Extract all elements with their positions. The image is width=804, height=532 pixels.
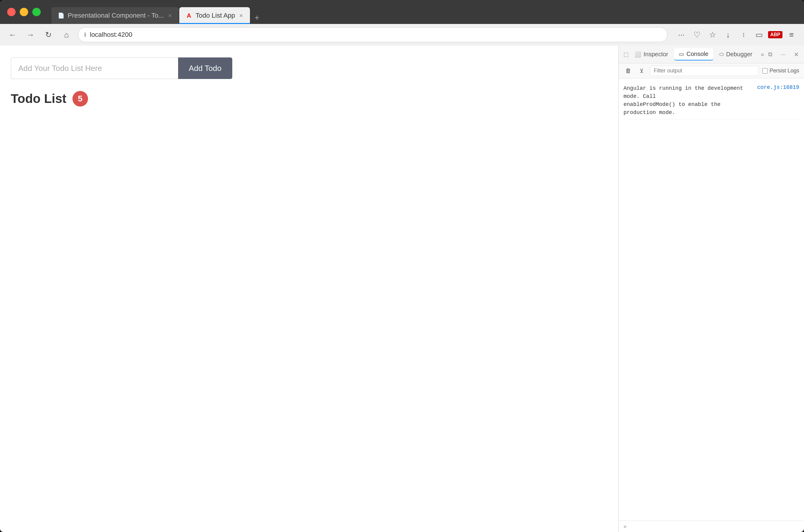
tabs-bar: 📄 Presentational Component - To... ✕ A T… <box>52 0 263 24</box>
console-prompt-icon: » <box>623 523 627 530</box>
bookmark-star-button[interactable]: ☆ <box>706 28 719 41</box>
devtools-tab-console[interactable]: ▭ Console <box>674 48 713 60</box>
add-todo-button[interactable]: Add Todo <box>178 57 232 79</box>
tab-favicon-presentational: 📄 <box>57 12 65 19</box>
devtools-window-controls: ⧉ ··· ✕ <box>765 50 801 59</box>
bookmark-heart-icon: ♡ <box>694 30 700 39</box>
bookmark-heart-button[interactable]: ♡ <box>690 28 704 41</box>
todo-input-row: Add Todo <box>11 57 232 79</box>
abp-badge[interactable]: ABP <box>768 31 782 38</box>
maximize-traffic-light[interactable] <box>32 8 41 16</box>
todo-list-title: Todo List <box>11 92 67 106</box>
devtools-panel: ⬚ ⬜ Inspector ▭ Console ⬭ Debugger » ⧉ · <box>618 45 804 532</box>
split-button[interactable]: ▭ <box>752 28 766 41</box>
todo-count-badge: 5 <box>72 91 88 107</box>
new-tab-icon: + <box>255 13 259 22</box>
more-actions-button[interactable]: ··· <box>675 28 688 41</box>
todo-input[interactable] <box>11 57 178 79</box>
console-message-text: Angular is running in the development mo… <box>623 84 752 117</box>
close-traffic-light[interactable] <box>7 8 16 16</box>
forward-button[interactable]: → <box>24 28 37 41</box>
devtools-tab-debugger[interactable]: ⬭ Debugger <box>714 49 757 60</box>
filter-icon: ⊻ <box>640 68 643 74</box>
tab-close-todo[interactable]: ✕ <box>238 13 244 19</box>
devtools-close-button[interactable]: ✕ <box>792 50 801 59</box>
menu-button[interactable]: ≡ <box>785 28 798 41</box>
address-info-icon: ℹ <box>84 32 86 38</box>
console-clear-button[interactable]: 🗑 <box>623 66 633 76</box>
refresh-button[interactable]: ↻ <box>42 28 55 41</box>
console-message-source[interactable]: core.js:16819 <box>757 84 799 90</box>
devtools-inspect-button[interactable]: ⬚ <box>623 48 629 61</box>
refresh-icon: ↻ <box>45 30 52 39</box>
trash-icon: 🗑 <box>625 67 631 74</box>
address-url: localhost:4200 <box>90 31 132 39</box>
bookmarks-button[interactable]: ⫶ <box>737 28 750 41</box>
back-button[interactable]: ← <box>6 28 19 41</box>
browser-window: 📄 Presentational Component - To... ✕ A T… <box>0 0 804 532</box>
devtools-dock-button[interactable]: ⧉ <box>765 50 775 59</box>
devtools-inspector-label: Inspector <box>643 51 668 58</box>
debugger-icon: ⬭ <box>719 51 724 57</box>
persist-logs-text: Persist Logs <box>770 68 799 74</box>
tab-favicon-todo: A <box>185 12 192 19</box>
address-bar[interactable]: ℹ localhost:4200 <box>78 27 668 42</box>
new-tab-button[interactable]: + <box>250 12 263 24</box>
tab-todo[interactable]: A Todo List App ✕ <box>179 7 250 24</box>
home-button[interactable]: ⌂ <box>60 28 73 41</box>
tab-close-presentational[interactable]: ✕ <box>167 13 173 19</box>
inspector-icon: ⬜ <box>635 51 641 58</box>
split-icon: ▭ <box>755 30 763 39</box>
downloads-icon: ↓ <box>726 30 730 39</box>
browser-content: Add Todo Todo List 5 ⬚ ⬜ Inspector ▭ <box>0 45 804 532</box>
back-icon: ← <box>9 30 17 39</box>
app-area: Add Todo Todo List 5 <box>0 45 618 532</box>
home-icon: ⌂ <box>64 30 69 39</box>
console-content: Angular is running in the development mo… <box>619 78 804 520</box>
bookmarks-icon: ⫶ <box>742 32 745 38</box>
persist-logs-checkbox[interactable] <box>762 68 768 74</box>
bookmark-star-icon: ☆ <box>709 30 716 39</box>
tab-progress-bar <box>179 23 250 24</box>
tab-label-todo: Todo List App <box>195 12 235 19</box>
devtools-toolbar: ⬚ ⬜ Inspector ▭ Console ⬭ Debugger » ⧉ · <box>619 45 804 63</box>
console-filter-input[interactable] <box>650 66 759 76</box>
traffic-lights <box>7 8 41 16</box>
console-filter-button[interactable]: ⊻ <box>637 66 646 76</box>
devtools-more-button[interactable]: ··· <box>779 50 788 59</box>
devtools-debugger-label: Debugger <box>726 51 752 58</box>
devtools-more-tabs-button[interactable]: » <box>761 51 764 58</box>
console-toolbar: 🗑 ⊻ Persist Logs <box>619 63 804 78</box>
nav-actions: ··· ♡ ☆ ↓ ⫶ ▭ ABP ≡ <box>675 28 798 41</box>
more-icon: ··· <box>678 30 685 39</box>
minimize-traffic-light[interactable] <box>20 8 28 16</box>
inspect-element-icon: ⬚ <box>623 51 629 58</box>
menu-icon: ≡ <box>789 30 793 39</box>
console-input-row: » <box>619 520 804 532</box>
todo-list-header: Todo List 5 <box>11 91 607 107</box>
console-message: Angular is running in the development mo… <box>623 82 799 119</box>
devtools-tab-inspector[interactable]: ⬜ Inspector <box>630 49 673 60</box>
nav-bar: ← → ↻ ⌂ ℹ localhost:4200 ··· ♡ ☆ ↓ <box>0 24 804 45</box>
downloads-button[interactable]: ↓ <box>722 28 734 41</box>
forward-icon: → <box>26 30 34 39</box>
title-bar: 📄 Presentational Component - To... ✕ A T… <box>0 0 804 24</box>
devtools-console-label: Console <box>686 51 708 57</box>
persist-logs-label: Persist Logs <box>762 68 799 74</box>
tab-presentational[interactable]: 📄 Presentational Component - To... ✕ <box>52 7 179 24</box>
console-icon: ▭ <box>679 51 684 57</box>
tab-label-presentational: Presentational Component - To... <box>68 12 164 19</box>
